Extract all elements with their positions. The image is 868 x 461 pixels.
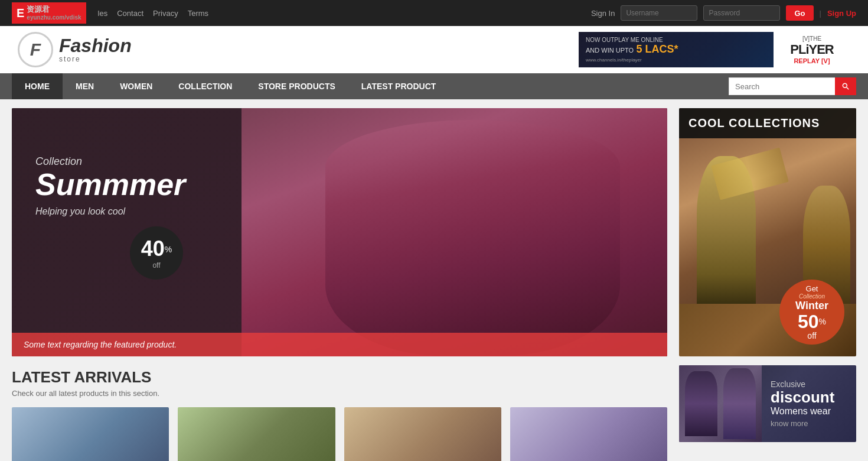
hero-area: Collection Summmer Helping you look cool… <box>12 108 667 461</box>
winter-badge: Get Collection Winter 50% off <box>779 280 844 345</box>
exclusive-line3: Womens wear <box>771 406 847 417</box>
svg-line-1 <box>847 87 849 90</box>
hero-footer-text: Some text regarding the featured product… <box>24 340 177 349</box>
nav-search <box>729 77 856 95</box>
cool-collection-header: COOL COLLECTIONS <box>679 108 856 138</box>
site-name: 资源君 <box>27 5 81 14</box>
exclusive-models-image <box>679 365 762 442</box>
logo-f: F <box>30 40 41 60</box>
ad-click-text: www.channels.in/theplayer <box>586 57 766 63</box>
latest-arrivals-title: LATEST ARRIVALS <box>12 368 667 387</box>
discount-off: off <box>152 261 160 270</box>
sign-in-label: Sign In <box>591 9 615 18</box>
exclusive-text: Exclusive discount Womens wear know more <box>762 371 856 437</box>
search-icon <box>841 82 850 90</box>
nav-store-products[interactable]: STORE PRODUCTS <box>245 73 348 99</box>
svg-point-0 <box>843 83 847 87</box>
latest-section: LATEST ARRIVALS Check our all latest pro… <box>12 356 667 461</box>
top-nav-les[interactable]: les <box>98 9 108 18</box>
header-ad: NOW OUTPLAY ME ONLINE AND WIN UPTO 5 LAC… <box>579 32 850 67</box>
winter-off: off <box>807 331 816 340</box>
logo-letter: E <box>17 7 24 20</box>
winter-pct: % <box>819 316 826 326</box>
nav-items: HOME MEN WOMEN COLLECTION STORE PRODUCTS… <box>12 73 449 99</box>
winter-collection: Collection <box>799 293 825 300</box>
ad-the: [V]THE <box>802 35 821 42</box>
latest-arrivals-subtitle: Check our all latest products in this se… <box>12 389 667 398</box>
exclusive-model-1 <box>685 371 717 436</box>
search-input[interactable] <box>729 77 835 95</box>
ad-left: NOW OUTPLAY ME ONLINE AND WIN UPTO 5 LAC… <box>579 32 774 67</box>
product-card-2[interactable] <box>178 407 335 461</box>
winter-get: Get <box>806 284 818 293</box>
exclusive-line4: know more <box>771 419 847 428</box>
product-card-4[interactable] <box>510 407 667 461</box>
logo-area: F Fashion store <box>18 32 132 67</box>
nav-latest-product[interactable]: LATEST PRODUCT <box>348 73 449 99</box>
top-bar-auth: Sign In Go | Sign Up <box>591 5 856 21</box>
username-input[interactable] <box>621 5 697 21</box>
nav-collection[interactable]: COLLECTION <box>165 73 245 99</box>
hero-content: Collection Summmer Helping you look cool <box>35 155 185 217</box>
ad-replay: REPLAY [V] <box>794 57 830 64</box>
ad-right: [V]THE PLiYER REPLAY [V] <box>774 32 850 67</box>
hero-title: Summmer <box>35 168 185 202</box>
cool-model-area <box>679 138 856 304</box>
top-nav-terms[interactable]: Terms <box>188 9 208 18</box>
logo-fashion: Fashion <box>59 36 132 55</box>
hero-collection-label: Collection <box>35 155 185 168</box>
exclusive-banner[interactable]: Exclusive discount Womens wear know more <box>679 365 856 442</box>
logo-text: Fashion store <box>59 36 132 63</box>
site-url: eyunzhu.com/vdisk <box>27 14 81 21</box>
product-card-1-image <box>12 407 169 461</box>
exclusive-line2: discount <box>771 389 847 406</box>
top-bar-nav: les Contact Privacy Terms <box>98 9 579 18</box>
sign-up-link[interactable]: Sign Up <box>827 9 856 18</box>
hero-model-silhouette <box>325 120 621 356</box>
hero-footer: Some text regarding the featured product… <box>12 333 667 356</box>
ad-content: NOW OUTPLAY ME ONLINE AND WIN UPTO 5 LAC… <box>579 32 850 67</box>
winter-num: 50 <box>798 311 819 332</box>
product-card-3-image <box>344 407 501 461</box>
top-bar: E 资源君 eyunzhu.com/vdisk les Contact Priv… <box>0 0 868 26</box>
hero-banner: Collection Summmer Helping you look cool… <box>12 108 667 356</box>
top-bar-logo: E 资源君 eyunzhu.com/vdisk <box>12 2 86 24</box>
product-card-4-image <box>510 407 667 461</box>
main-content: Collection Summmer Helping you look cool… <box>0 99 868 461</box>
discount-number: 40% <box>141 236 172 261</box>
search-button[interactable] <box>835 77 856 95</box>
hero-subtitle: Helping you look cool <box>35 206 185 217</box>
header: F Fashion store NOW OUTPLAY ME ONLINE AN… <box>0 26 868 73</box>
top-nav-privacy[interactable]: Privacy <box>153 9 178 18</box>
logo-store: store <box>59 55 132 63</box>
right-sidebar: COOL COLLECTIONS Get Collection Winter 5… <box>679 108 856 461</box>
top-nav-contact[interactable]: Contact <box>117 9 143 18</box>
exclusive-line1: Exclusive <box>771 379 847 389</box>
exclusive-model-2 <box>723 368 756 439</box>
cool-collection-banner: COOL COLLECTIONS Get Collection Winter 5… <box>679 108 856 356</box>
password-input[interactable] <box>703 5 780 21</box>
nav-men[interactable]: MEN <box>63 73 107 99</box>
product-card-1[interactable] <box>12 407 169 461</box>
nav-home[interactable]: HOME <box>12 73 63 99</box>
auth-divider: | <box>820 9 821 18</box>
nav-women[interactable]: WOMEN <box>107 73 165 99</box>
winter-number-group: 50% <box>798 312 826 331</box>
ad-player: PLiYER <box>790 42 833 57</box>
go-button[interactable]: Go <box>786 5 813 21</box>
main-nav: HOME MEN WOMEN COLLECTION STORE PRODUCTS… <box>0 73 868 99</box>
discount-badge: 40% off <box>130 226 183 280</box>
product-card-2-image <box>178 407 335 461</box>
ad-win: AND WIN UPTO 5 LACS* <box>586 43 766 56</box>
product-grid <box>12 407 667 461</box>
ad-outplay: NOW OUTPLAY ME ONLINE <box>586 37 766 43</box>
logo-circle: F <box>18 32 53 67</box>
winter-title: Winter <box>795 300 828 312</box>
product-card-3[interactable] <box>344 407 501 461</box>
